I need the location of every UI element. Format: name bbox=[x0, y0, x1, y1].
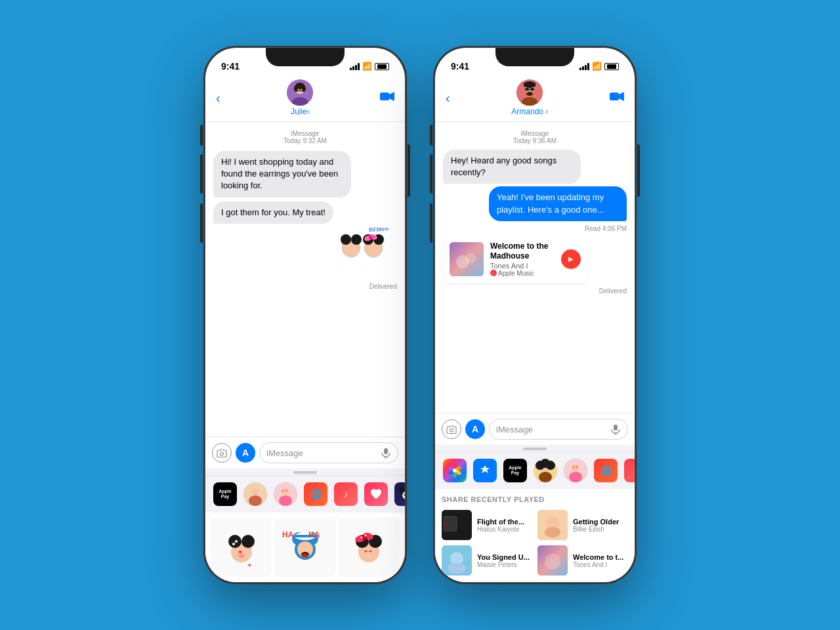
memoji-icon-4[interactable] bbox=[564, 459, 587, 482]
share-album-2 bbox=[537, 510, 568, 540]
music-source: ♪ Apple Music bbox=[490, 270, 555, 277]
svg-point-31 bbox=[279, 495, 292, 506]
svg-rect-73 bbox=[524, 83, 536, 87]
music-info: Welcome to the Madhouse Tones And I ♪ Ap… bbox=[490, 242, 555, 277]
svg-rect-69 bbox=[525, 88, 529, 91]
drawer-handle-2 bbox=[523, 448, 547, 450]
sticker-2[interactable]: HA HA bbox=[274, 518, 335, 577]
svg-point-108 bbox=[545, 527, 560, 537]
music-card-container: Welcome to the Madhouse Tones And I ♪ Ap… bbox=[443, 235, 587, 284]
music-icon-2[interactable]: ♪ bbox=[624, 459, 635, 482]
svg-point-42 bbox=[232, 543, 235, 545]
messages-area-2: iMessageToday 9:36 AM Hey! Heard any goo… bbox=[435, 122, 635, 413]
svg-text:HA: HA bbox=[282, 530, 294, 539]
share-info-2: Getting Older Billie Eilish bbox=[573, 518, 619, 533]
globe-icon[interactable]: 🌐 bbox=[304, 482, 327, 506]
svg-text:♪: ♪ bbox=[492, 272, 494, 276]
camera-button[interactable] bbox=[212, 443, 232, 463]
appstore-icon-2[interactable] bbox=[473, 459, 497, 482]
phone-2: 9:41 📶 ‹ bbox=[433, 46, 637, 584]
delivered-label: Delivered bbox=[213, 283, 397, 290]
message-input[interactable]: iMessage bbox=[259, 442, 398, 463]
audio-icon-2 bbox=[610, 424, 621, 434]
message-bubble-2: I got them for you. My treat! bbox=[213, 201, 333, 224]
globe-icon-2[interactable]: 🌐 bbox=[594, 459, 618, 482]
back-button-2[interactable]: ‹ bbox=[446, 91, 450, 106]
message-input-2[interactable]: iMessage bbox=[489, 419, 628, 440]
svg-point-13 bbox=[341, 234, 351, 245]
svg-point-100 bbox=[572, 464, 579, 472]
memoji-icon-3[interactable] bbox=[534, 459, 557, 482]
share-album-3 bbox=[442, 545, 472, 576]
back-button[interactable]: ‹ bbox=[216, 91, 220, 106]
svg-point-68 bbox=[526, 92, 533, 96]
svg-point-81 bbox=[450, 429, 453, 432]
svg-point-63 bbox=[361, 537, 363, 539]
svg-rect-70 bbox=[530, 88, 534, 91]
svg-point-14 bbox=[351, 234, 362, 245]
share-grid: HI ! Flight of the... Hiatus Kaiyote bbox=[442, 510, 628, 576]
svg-point-92 bbox=[453, 469, 457, 472]
share-item-4[interactable]: Welcome to t... Tones And I bbox=[537, 545, 628, 576]
photos-icon[interactable] bbox=[443, 459, 467, 482]
video-call-button-2[interactable] bbox=[610, 91, 624, 105]
drawer-handle-container-2 bbox=[435, 445, 635, 452]
apps-button[interactable]: A bbox=[236, 443, 255, 463]
video-call-button[interactable] bbox=[380, 91, 394, 105]
music-card[interactable]: Welcome to the Madhouse Tones And I ♪ Ap… bbox=[443, 235, 587, 284]
share-album-1: HI ! bbox=[442, 510, 472, 540]
svg-point-9 bbox=[302, 85, 306, 92]
apple-music-icon: ♪ bbox=[490, 270, 497, 276]
contact-name-2[interactable]: Armando › bbox=[511, 107, 548, 116]
drawer-handle-container bbox=[205, 469, 405, 475]
svg-point-43 bbox=[235, 540, 238, 543]
share-item-2[interactable]: Getting Older Billie Eilish bbox=[537, 510, 628, 540]
share-item-3[interactable]: You Signed U... Maisie Peters bbox=[442, 545, 532, 576]
svg-point-8 bbox=[294, 85, 298, 92]
svg-point-98 bbox=[541, 459, 550, 468]
svg-point-41 bbox=[242, 535, 255, 548]
svg-point-78 bbox=[465, 253, 476, 264]
share-info-1: Flight of the... Hiatus Kaiyote bbox=[477, 518, 524, 533]
input-bar-2: A iMessage bbox=[435, 413, 635, 445]
play-button[interactable]: ▶ bbox=[561, 249, 581, 269]
contact-name[interactable]: Julie› bbox=[291, 107, 310, 116]
message-bubble-4: Yeah! I've been updating my playlist. He… bbox=[489, 186, 627, 220]
sticker-3[interactable] bbox=[339, 518, 400, 577]
notch bbox=[266, 48, 345, 66]
mickey-icon[interactable] bbox=[394, 482, 405, 506]
drawer-handle bbox=[293, 471, 317, 474]
notch-2 bbox=[495, 48, 574, 66]
share-album-4 bbox=[537, 545, 568, 576]
share-title: SHARE RECENTLY PLAYED bbox=[442, 495, 628, 503]
messages-area: iMessageToday 9:32 AM Hi! I went shoppin… bbox=[205, 122, 405, 436]
svg-point-56 bbox=[302, 553, 308, 557]
svg-point-111 bbox=[448, 563, 466, 574]
applepay-icon-2[interactable]: ApplePay bbox=[503, 459, 527, 482]
memoji-icon-1[interactable] bbox=[243, 482, 267, 506]
music-title: Welcome to the Madhouse bbox=[490, 242, 555, 262]
svg-text:♥: ♥ bbox=[248, 562, 251, 568]
battery-icon-2 bbox=[604, 63, 619, 70]
input-bar: A iMessage bbox=[205, 436, 405, 469]
delivered-label-2: Delivered bbox=[443, 287, 627, 295]
svg-text:!: ! bbox=[446, 522, 448, 528]
share-section: SHARE RECENTLY PLAYED HI ! Fli bbox=[435, 489, 635, 582]
sticker-1[interactable]: ♥ bbox=[211, 518, 272, 577]
apps-button-2[interactable]: A bbox=[465, 419, 485, 439]
wifi-icon-2: 📶 bbox=[592, 62, 602, 71]
svg-marker-75 bbox=[619, 92, 624, 101]
svg-rect-74 bbox=[610, 93, 619, 100]
heart-icon[interactable] bbox=[364, 482, 388, 506]
timestamp-label: iMessageToday 9:32 AM bbox=[213, 130, 397, 144]
camera-button-2[interactable] bbox=[442, 419, 461, 439]
signal-icon bbox=[350, 62, 360, 70]
memoji-icon-2[interactable] bbox=[274, 482, 297, 506]
applepay-icon[interactable]: ApplePay bbox=[213, 482, 237, 506]
status-icons: 📶 bbox=[350, 62, 389, 71]
music-icon[interactable]: ♪ bbox=[334, 482, 358, 506]
contact-info-2[interactable]: Armando › bbox=[511, 79, 548, 116]
svg-point-64 bbox=[365, 535, 367, 537]
contact-info[interactable]: Julie› bbox=[287, 79, 313, 116]
share-item-1[interactable]: HI ! Flight of the... Hiatus Kaiyote bbox=[442, 510, 532, 540]
